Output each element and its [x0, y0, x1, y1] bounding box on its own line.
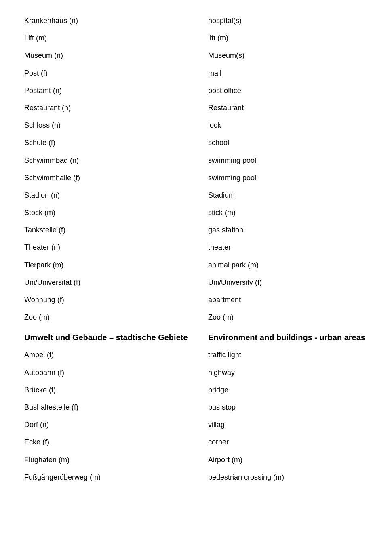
- english-term: Museum(s): [196, 47, 376, 64]
- english-term: mail: [196, 65, 376, 82]
- german-term: Schloss (n): [16, 117, 196, 134]
- german-term: Umwelt und Gebäude – städtische Gebiete: [16, 326, 196, 346]
- table-row: Stadion (n)Stadium: [16, 187, 376, 204]
- table-row: Zoo (m)Zoo (m): [16, 309, 376, 326]
- table-row: Tierpark (m)animal park (m): [16, 257, 376, 274]
- table-row: Museum (n)Museum(s): [16, 47, 376, 64]
- english-term: Environment and buildings - urban areas: [196, 326, 376, 346]
- english-term: Uni/University (f): [196, 274, 376, 291]
- table-row: Dorf (n)villag: [16, 416, 376, 434]
- table-row: Stock (m)stick (m): [16, 204, 376, 221]
- english-term: school: [196, 134, 376, 152]
- table-row: Fußgängerüberweg (m)pedestrian crossing …: [16, 469, 376, 486]
- german-term: Ampel (f): [16, 346, 196, 364]
- german-term: Brücke (f): [16, 381, 196, 399]
- german-term: Zoo (m): [16, 309, 196, 326]
- english-term: hospital(s): [196, 12, 376, 29]
- german-term: Tankstelle (f): [16, 221, 196, 239]
- german-term: Postamt (n): [16, 82, 196, 99]
- german-term: Theater (n): [16, 239, 196, 256]
- english-term: bus stop: [196, 399, 376, 416]
- english-term: Zoo (m): [196, 309, 376, 326]
- english-term: corner: [196, 434, 376, 451]
- german-term: Ecke (f): [16, 434, 196, 451]
- vocabulary-table: Krankenhaus (n)hospital(s)Lift (m)lift (…: [16, 12, 376, 486]
- german-term: Flughafen (m): [16, 451, 196, 469]
- table-row: Uni/Universität (f)Uni/University (f): [16, 274, 376, 291]
- english-term: apartment: [196, 291, 376, 309]
- table-row: Ecke (f)corner: [16, 434, 376, 451]
- german-term: Bushaltestelle (f): [16, 399, 196, 416]
- english-term: post office: [196, 82, 376, 99]
- german-term: Dorf (n): [16, 416, 196, 434]
- english-term: swimming pool: [196, 152, 376, 169]
- table-row: Theater (n)theater: [16, 239, 376, 256]
- german-term: Museum (n): [16, 47, 196, 64]
- table-row: Umwelt und Gebäude – städtische GebieteE…: [16, 326, 376, 346]
- table-row: Schwimmhalle (f)swimming pool: [16, 169, 376, 187]
- english-term: lift (m): [196, 29, 376, 47]
- english-term: gas station: [196, 221, 376, 239]
- english-term: traffic light: [196, 346, 376, 364]
- english-term: villag: [196, 416, 376, 434]
- table-row: Postamt (n)post office: [16, 82, 376, 99]
- table-row: Flughafen (m)Airport (m): [16, 451, 376, 469]
- german-term: Tierpark (m): [16, 257, 196, 274]
- english-term: stick (m): [196, 204, 376, 221]
- english-term: Restaurant: [196, 99, 376, 117]
- table-row: Brücke (f)bridge: [16, 381, 376, 399]
- english-term: pedestrian crossing (m): [196, 469, 376, 486]
- table-row: Ampel (f)traffic light: [16, 346, 376, 364]
- german-term: Uni/Universität (f): [16, 274, 196, 291]
- german-term: Krankenhaus (n): [16, 12, 196, 29]
- english-term: lock: [196, 117, 376, 134]
- german-term: Schwimmbad (n): [16, 152, 196, 169]
- german-term: Wohnung (f): [16, 291, 196, 309]
- table-row: Schloss (n)lock: [16, 117, 376, 134]
- table-row: Autobahn (f)highway: [16, 364, 376, 381]
- table-row: Krankenhaus (n)hospital(s): [16, 12, 376, 29]
- table-row: Post (f)mail: [16, 65, 376, 82]
- german-term: Fußgängerüberweg (m): [16, 469, 196, 486]
- table-row: Schule (f)school: [16, 134, 376, 152]
- german-term: Schwimmhalle (f): [16, 169, 196, 187]
- table-row: Lift (m)lift (m): [16, 29, 376, 47]
- table-row: Tankstelle (f)gas station: [16, 221, 376, 239]
- english-term: bridge: [196, 381, 376, 399]
- english-term: swimming pool: [196, 169, 376, 187]
- german-term: Post (f): [16, 65, 196, 82]
- english-term: Stadium: [196, 187, 376, 204]
- german-term: Schule (f): [16, 134, 196, 152]
- table-row: Schwimmbad (n)swimming pool: [16, 152, 376, 169]
- table-row: Bushaltestelle (f)bus stop: [16, 399, 376, 416]
- table-row: Wohnung (f)apartment: [16, 291, 376, 309]
- german-term: Autobahn (f): [16, 364, 196, 381]
- english-term: Airport (m): [196, 451, 376, 469]
- german-term: Stadion (n): [16, 187, 196, 204]
- german-term: Restaurant (n): [16, 99, 196, 117]
- english-term: animal park (m): [196, 257, 376, 274]
- english-term: theater: [196, 239, 376, 256]
- german-term: Stock (m): [16, 204, 196, 221]
- german-term: Lift (m): [16, 29, 196, 47]
- english-term: highway: [196, 364, 376, 381]
- table-row: Restaurant (n)Restaurant: [16, 99, 376, 117]
